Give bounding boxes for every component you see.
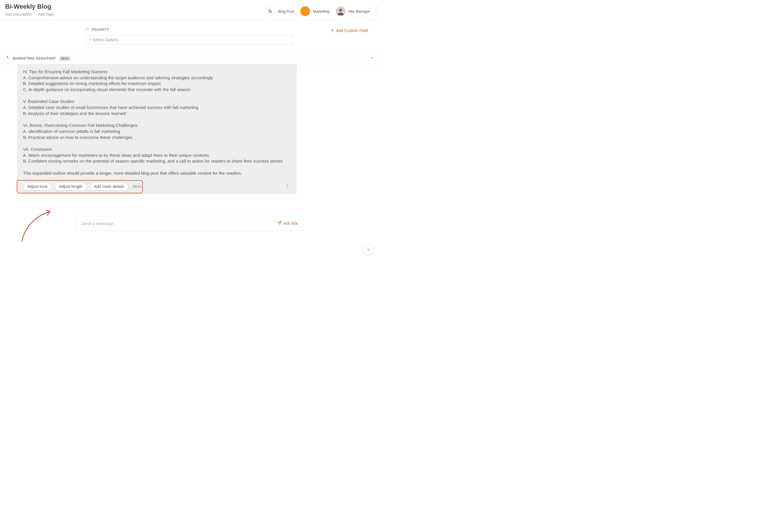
chip-label: Mia Manager [348,9,370,13]
card-footer: Adjust tone Adjust length Add more detai… [23,181,291,191]
add-description-link[interactable]: Add Description [5,12,32,16]
priority-section: Add Custom Field PRIORITY + Select Optio… [0,20,379,53]
header-top: Bi-Weekly Blog Add Description Add Tags … [5,3,374,16]
marketing-assistant-bar[interactable]: MARKETING ASSISTANT BETA [0,53,379,64]
chip-blog-post[interactable]: Blog Post [265,6,294,16]
add-custom-field-label: Add Custom Field [336,28,368,33]
header-right: Blog Post Marketing Mia Manager [265,6,374,16]
chip-marketing[interactable]: Marketing [300,6,329,16]
priority-label-text: PRIORITY [92,28,109,32]
add-custom-field-button[interactable]: Add Custom Field [331,28,368,33]
message-input-wrap: Ask Mia [76,216,303,231]
header: Bi-Weekly Blog Add Description Add Tags … [0,0,379,20]
add-tags-link[interactable]: Add Tags [38,12,54,16]
add-fab-button[interactable]: + [363,244,374,255]
add-more-details-button[interactable]: Add more details [90,182,128,191]
message-input[interactable] [81,221,277,226]
priority-inner: PRIORITY + Select Options [85,27,293,45]
chip-label: Marketing [313,9,329,13]
priority-placeholder: + Select Options [89,37,119,42]
chip-label: Blog Post [278,9,294,13]
arrow-annotation [18,207,56,242]
more-actions-link[interactable]: More... [132,184,145,189]
svg-point-3 [287,186,288,186]
svg-point-0 [269,12,269,13]
priority-label-row: PRIORITY [85,27,293,32]
plus-icon: + [367,247,370,253]
orange-dot-icon [300,6,310,16]
ask-mia-label: Ask Mia [283,221,298,226]
priority-icon [85,27,89,32]
rss-icon [265,6,275,16]
subheader: Add Description Add Tags [5,12,54,16]
adjust-tone-button[interactable]: Adjust tone [23,182,52,191]
chip-mia-manager[interactable]: Mia Manager [336,6,370,16]
svg-point-2 [287,185,288,185]
avatar-icon [336,6,345,16]
edge-collapse-button[interactable] [375,6,379,16]
assistant-output-text: IV. Tips for Ensuring Fall Marketing Suc… [23,69,291,176]
content-area: IV. Tips for Ensuring Fall Marketing Suc… [0,64,379,231]
beta-badge: BETA [59,56,71,61]
svg-point-4 [287,187,288,187]
header-left: Bi-Weekly Blog Add Description Add Tags [5,3,54,16]
send-icon [277,221,282,226]
kebab-menu-icon[interactable] [284,182,290,191]
adjust-length-button[interactable]: Adjust length [55,182,87,191]
page-title: Bi-Weekly Blog [5,3,54,10]
ask-mia-button[interactable]: Ask Mia [277,221,298,226]
plus-icon [331,28,334,33]
marketing-assistant-title: MARKETING ASSISTANT [13,56,56,60]
chevron-up-icon[interactable] [370,56,374,61]
svg-point-1 [339,9,342,11]
priority-select[interactable]: + Select Options [85,35,293,45]
assistant-card: IV. Tips for Ensuring Fall Marketing Suc… [17,64,297,194]
sparkle-icon [5,56,10,62]
